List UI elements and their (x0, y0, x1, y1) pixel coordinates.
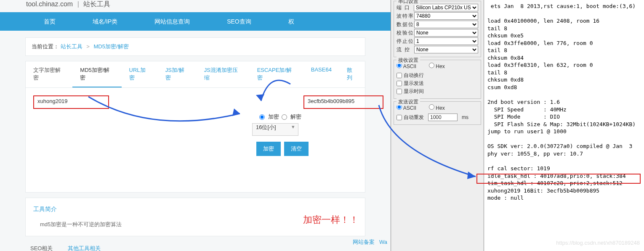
tab-hash[interactable]: 散列 (339, 61, 365, 87)
crumb-prefix: 当前位置： (32, 43, 59, 50)
nav-domain[interactable]: 域名/IP类 (74, 12, 136, 31)
port-settings-group: 串口设置 端 口Silicon Labs CP210x US 波特率74880 … (394, 1, 481, 57)
bottom-tab-other[interactable]: 其他工具相关 (63, 241, 106, 251)
autoresend-checkbox[interactable] (397, 115, 402, 120)
ms-label: ms (462, 114, 468, 120)
bottom-tab-seo[interactable]: SEO相关 (25, 241, 58, 251)
highlight-box (476, 174, 641, 184)
databits-select[interactable]: 8 (414, 21, 478, 28)
send-hex-label: Hex (436, 105, 444, 111)
stopbits-label: 停止位 (397, 38, 414, 45)
tab-text[interactable]: 文字加密解密 (26, 61, 72, 87)
tab-escape[interactable]: ESCAPE加/解密 (250, 61, 303, 87)
recv-hex-label: Hex (436, 63, 444, 69)
databits-label: 数据位 (397, 21, 414, 28)
watermark: https://blog.csdn.net/xh870189248 (556, 239, 640, 247)
crumb-root[interactable]: 站长工具 (61, 43, 82, 50)
radio-decrypt-label: 解密 (290, 113, 301, 121)
send-legend: 发送设置 (397, 98, 420, 106)
bits-value: 16位[小] (256, 124, 276, 130)
recv-hex-radio[interactable] (429, 63, 434, 68)
autoresend-label: 自动重发 (404, 114, 424, 121)
main-nav: 首页 域名/IP类 网站信息查询 SEO查询 权 (0, 12, 391, 31)
tab-js[interactable]: JS加/解密 (158, 61, 197, 87)
parity-select[interactable]: None (414, 29, 478, 37)
tab-jsob[interactable]: JS混淆加密压缩 (197, 61, 250, 87)
bits-select[interactable]: 16位[小] ▾ (252, 123, 298, 136)
tab-base64[interactable]: BASE64 (303, 61, 339, 87)
radio-encrypt-label: 加密 (268, 113, 279, 121)
serial-log: ets Jan 8 2013,rst cause:1, boot mode:(3… (484, 0, 644, 251)
showtime-label: 显示时间 (404, 88, 424, 95)
tool-tabs: 文字加密解密 MD5加密/解密 URL加密 JS加/解密 JS混淆加密压缩 ES… (25, 61, 365, 87)
flow-select[interactable]: None (414, 46, 478, 53)
showtime-checkbox[interactable] (397, 89, 402, 94)
showsend-label: 显示发送 (404, 80, 424, 87)
tool-panel: xuhong2019 3ecfb5b4b009b895 加密 解密 16位[小]… (25, 87, 365, 193)
recv-legend: 接收设置 (397, 57, 420, 64)
baud-select[interactable]: 74880 (414, 12, 478, 20)
showsend-checkbox[interactable] (397, 81, 402, 86)
send-hex-radio[interactable] (429, 104, 434, 110)
port-select[interactable]: Silicon Labs CP210x US (414, 4, 478, 11)
mode-radios: 加密 解密 (259, 113, 301, 121)
recv-settings-group: 接收设置 ASCII Hex 自动换行 显示发送 显示时间 (394, 60, 481, 99)
recv-ascii-label: ASCII (403, 63, 416, 69)
crumb-page[interactable]: MD5加密/解密 (93, 43, 128, 50)
radio-encrypt[interactable] (259, 114, 265, 120)
site-name: 站长工具 (83, 0, 110, 8)
breadcrumb: 当前位置： 站长工具 > MD5加密/解密 (25, 37, 365, 56)
encrypt-button[interactable]: 加密 (256, 142, 281, 156)
serial-settings-panel: 串口设置 端 口Silicon Labs CP210x US 波特率74880 … (391, 0, 484, 251)
port-legend: 串口设置 (397, 0, 420, 5)
caret-down-icon: ▾ (292, 124, 295, 130)
wrap-checkbox[interactable] (397, 73, 402, 78)
send-ascii-label: ASCII (403, 105, 416, 111)
link-beian[interactable]: 网站备案 (353, 239, 375, 245)
nav-home[interactable]: 首页 (25, 12, 74, 31)
link-wa[interactable]: Wa (379, 239, 387, 245)
tab-url[interactable]: URL加密 (122, 61, 158, 87)
nav-more[interactable]: 权 (270, 12, 313, 31)
right-links: 网站备案 Wa (353, 238, 387, 246)
intro-title: 工具简介 (33, 206, 357, 213)
site-title: tool.chinaz.com | 站长工具 (0, 0, 391, 12)
radio-decrypt[interactable] (282, 114, 287, 120)
parity-label: 校验位 (397, 29, 414, 37)
stopbits-select[interactable]: 1 (414, 37, 478, 45)
crumb-sep: > (86, 43, 90, 50)
send-settings-group: 发送设置 ASCII Hex 自动重发 1000 ms (394, 101, 481, 125)
flow-label: 流 控 (397, 46, 414, 53)
site-domain: tool.chinaz.com (26, 0, 73, 8)
resend-interval-input[interactable]: 1000 (428, 114, 458, 121)
annotation-text: 加密一样！！ (303, 214, 359, 226)
output-text[interactable]: 3ecfb5b4b009b895 (303, 95, 383, 109)
separator: | (77, 0, 79, 8)
clear-button[interactable]: 清空 (284, 142, 309, 156)
nav-siteinfo[interactable]: 网站信息查询 (136, 12, 208, 31)
input-text[interactable]: xuhong2019 (33, 95, 109, 109)
nav-seo[interactable]: SEO查询 (208, 12, 270, 31)
port-label: 端 口 (397, 4, 414, 11)
baud-label: 波特率 (397, 13, 414, 20)
tab-md5[interactable]: MD5加密/解密 (72, 61, 121, 87)
bottom-tabs: SEO相关 其他工具相关 (25, 241, 365, 251)
wrap-label: 自动换行 (404, 72, 424, 79)
